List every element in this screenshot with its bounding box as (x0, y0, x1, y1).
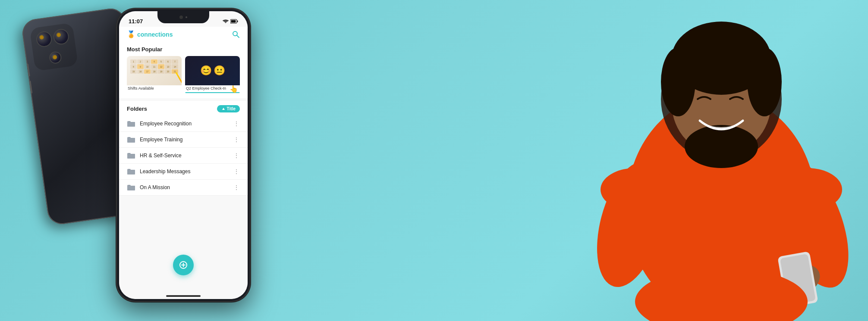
app-logo: 🏅 connections (127, 30, 173, 38)
camera-lens-2 (52, 28, 70, 46)
cal-8: 8 (130, 64, 137, 69)
battery-icon (230, 19, 238, 24)
folder-dots-training[interactable]: ⋮ (233, 136, 240, 143)
search-icon[interactable] (232, 31, 240, 38)
folder-icon-training (127, 136, 135, 143)
person-figure (462, 0, 868, 321)
phone-screen: 11:07 (119, 11, 248, 299)
emoji-neutral-icon: 😐 (214, 65, 225, 76)
title-sort-button[interactable]: Title (217, 105, 240, 112)
home-indicator (166, 295, 201, 297)
camera-lens-1 (35, 31, 53, 48)
front-camera (179, 16, 183, 19)
cal-5: 5 (158, 59, 164, 64)
folder-name-hr: HR & Self-Service (140, 153, 229, 159)
cal-13: 13 (165, 64, 171, 69)
phones-area: 11:07 (26, 0, 328, 321)
cal-16: 16 (137, 69, 144, 74)
folder-item-on-a-mission[interactable]: On A Mission ⋮ (119, 180, 248, 196)
volume-btn-1 (27, 64, 30, 77)
card-image-calendar: 1 2 3 4 5 6 7 8 9 10 (127, 56, 182, 85)
wifi-icon (223, 19, 229, 24)
cal-6: 6 (165, 59, 171, 64)
card-shifts[interactable]: 1 2 3 4 5 6 7 8 9 10 (127, 56, 182, 95)
folder-name-mission: On A Mission (140, 184, 229, 190)
folder-icon-recognition (127, 120, 135, 127)
phone-front: 11:07 (116, 9, 250, 302)
folder-icon-leadership (127, 168, 135, 175)
cal-19: 19 (158, 69, 164, 74)
cal-18: 18 (151, 69, 157, 74)
folder-item-employee-recognition[interactable]: Employee Recognition ⋮ (119, 116, 248, 132)
folder-item-hr-self-service[interactable]: HR & Self-Service ⋮ (119, 148, 248, 164)
volume-btn-2 (29, 81, 32, 93)
fab-icon (179, 261, 188, 269)
cal-1: 1 (130, 59, 137, 64)
folder-dots-leadership[interactable]: ⋮ (233, 168, 240, 175)
fab-button[interactable] (173, 255, 194, 275)
camera-module (29, 22, 78, 71)
calendar-grid: 1 2 3 4 5 6 7 8 9 10 (130, 59, 178, 84)
hand-pointer-icon: 👆 (230, 85, 238, 85)
cal-17: 17 (144, 69, 151, 74)
svg-point-6 (747, 47, 782, 116)
speaker (186, 16, 187, 18)
folder-icon-hr (127, 152, 135, 159)
sort-up-icon (221, 107, 226, 111)
cal-3: 3 (144, 59, 151, 64)
folder-dots-mission[interactable]: ⋮ (233, 184, 240, 191)
cal-20: 20 (165, 69, 171, 74)
cards-row: 1 2 3 4 5 6 7 8 9 10 (127, 56, 240, 95)
cal-10: 10 (144, 64, 151, 69)
card-image-emoji: 😊 😐 👆 (185, 56, 240, 85)
folder-name-recognition: Employee Recognition (140, 121, 229, 127)
cal-12: 12 (158, 64, 164, 69)
folder-item-employee-training[interactable]: Employee Training ⋮ (119, 132, 248, 148)
cal-14: 14 (172, 64, 178, 69)
most-popular-title: Most Popular (127, 46, 240, 53)
svg-rect-18 (231, 20, 236, 22)
cal-4: 4 (151, 59, 157, 64)
folder-dots-hr[interactable]: ⋮ (233, 152, 240, 159)
svg-point-13 (601, 168, 670, 211)
phone-notch (157, 11, 209, 23)
svg-point-5 (661, 47, 695, 116)
svg-point-14 (773, 168, 842, 211)
folder-icon-mission (127, 184, 135, 191)
card-checkin[interactable]: 😊 😐 👆 Q2 Employee Check-In (185, 56, 240, 95)
folders-header: Folders Title (119, 101, 248, 116)
sort-label: Title (227, 106, 236, 111)
cal-15: 15 (130, 69, 137, 74)
cal-2: 2 (137, 59, 144, 64)
emoji-happy-icon: 😊 (200, 65, 212, 76)
svg-point-7 (685, 125, 758, 168)
phone-screen-container: 11:07 (119, 11, 248, 299)
status-time: 11:07 (129, 18, 143, 25)
folders-title: Folders (127, 106, 147, 112)
svg-line-20 (237, 35, 239, 37)
svg-rect-17 (237, 20, 238, 22)
app-header: 🏅 connections (119, 27, 248, 42)
most-popular-section: Most Popular 1 2 3 4 5 (119, 42, 248, 98)
camera-lens-3 (49, 51, 63, 65)
folder-name-leadership: Leadership Messages (140, 168, 229, 175)
cal-7: 7 (172, 59, 178, 64)
folder-dots-recognition[interactable]: ⋮ (233, 120, 240, 127)
app-name-text: connections (137, 31, 173, 38)
folder-name-training: Employee Training (140, 137, 229, 143)
cal-11: 11 (151, 64, 157, 69)
card-shifts-label: Shifts Available (127, 85, 182, 92)
logo-emoji-icon: 🏅 (127, 30, 135, 38)
status-icons (223, 19, 238, 24)
folder-item-leadership-messages[interactable]: Leadership Messages ⋮ (119, 164, 248, 180)
folders-section: Folders Title Employee Rec (119, 101, 248, 196)
cal-9: 9 (137, 64, 144, 69)
